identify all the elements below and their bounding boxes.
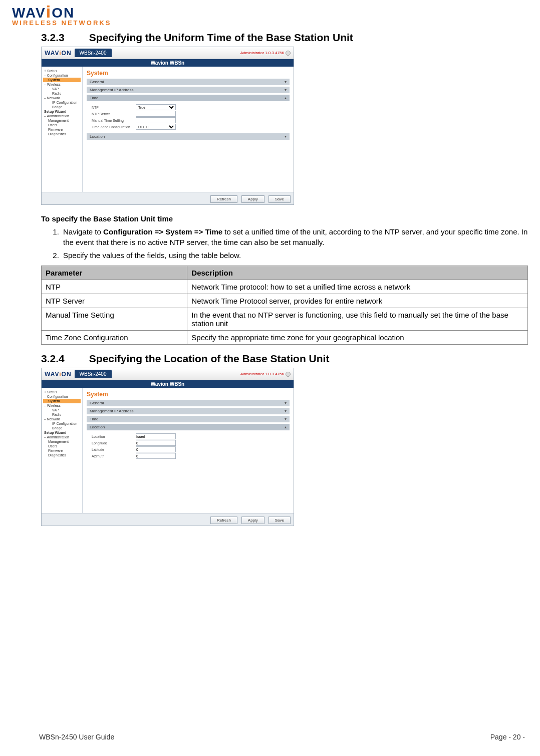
sidebar-item-ipconfig[interactable]: IP Configuration [43,100,81,105]
step-1-path: Configuration => System => Time [103,227,222,236]
sidebar-item-administration[interactable]: Administration [43,114,81,118]
field-label-location: Location [92,435,132,438]
sidebar-item-wireless[interactable]: Wireless [43,403,81,408]
sidebar-item-wireless[interactable]: Wireless [43,82,81,87]
section-number: 3.2.3 [41,32,86,44]
latitude-input[interactable] [136,446,176,452]
sidebar-item-status[interactable]: Status [43,69,81,73]
sidebar-item-firmware[interactable]: Firmware [43,448,81,453]
timezone-select[interactable]: UTC 0 [136,124,176,130]
ss-title-bar: Wavion WBSn [42,380,294,388]
section-heading-323: 3.2.3 Specifying the Uniform Time of the… [41,32,528,44]
ss-panel-heading: System [87,391,290,398]
ss-bar-time[interactable]: Time▾ [87,416,290,422]
step-2: Specify the values of the fields, using … [61,250,528,261]
ss-bar-mgmt-ip[interactable]: Management IP Address▾ [87,408,290,414]
user-icon [286,372,291,377]
field-label-timezone: Time Zone Configuration [92,125,132,129]
save-button[interactable]: Save [268,517,291,524]
sidebar-item-users[interactable]: Users [43,123,81,127]
ss-bar-location[interactable]: Location▴ [87,424,290,430]
screenshot-location-config: WAViON WBSn-2400 Administrator 1.0.3.475… [41,368,294,526]
sidebar-item-firmware[interactable]: Firmware [43,127,81,132]
cell-desc: Network Time protocol: how to set a unif… [187,280,528,294]
parameter-table: Parameter Description NTP Network Time p… [41,266,528,345]
sidebar-item-diagnostics[interactable]: Diagnostics [43,132,81,136]
chevron-down-icon: ▾ [285,409,287,413]
cell-param: Manual Time Setting [42,308,187,331]
manual-time-input[interactable] [136,117,176,123]
chevron-down-icon: ▾ [285,88,287,92]
sidebar-item-bridge[interactable]: Bridge [43,105,81,109]
sidebar-item-setup-wizard[interactable]: Setup Wizard [43,109,81,114]
sidebar-item-configuration[interactable]: Configuration [43,73,81,78]
chevron-down-icon: ▾ [285,417,287,421]
ss-logo: WAViON [45,371,72,378]
save-button[interactable]: Save [268,195,291,203]
table-row: NTP Network Time protocol: how to set a … [42,280,528,294]
ss-logo: WAViON [45,50,72,57]
table-row: Manual Time Setting In the event that no… [42,308,528,331]
apply-button[interactable]: Apply [241,517,264,524]
sidebar-item-diagnostics[interactable]: Diagnostics [43,453,81,457]
cell-param: Time Zone Configuration [42,331,187,345]
sidebar-item-users[interactable]: Users [43,444,81,448]
ntp-server-input[interactable] [136,111,176,117]
sidebar-item-vap[interactable]: VAP [43,87,81,91]
ss-sidebar: Status Configuration System Wireless VAP… [42,388,83,513]
sidebar-item-administration[interactable]: Administration [43,435,81,439]
sidebar-item-system[interactable]: System [43,78,81,82]
sidebar-item-management[interactable]: Management [43,118,81,123]
sidebar-item-radio[interactable]: Radio [43,91,81,96]
field-label-manual-time: Manual Time Setting [92,119,132,122]
ss-panel-heading: System [87,70,290,77]
chevron-down-icon: ▾ [285,401,287,405]
ss-bar-time[interactable]: Time▴ [87,95,290,101]
chevron-down-icon: ▾ [285,80,287,84]
refresh-button[interactable]: Refresh [210,517,237,524]
table-row: Time Zone Configuration Specify the appr… [42,331,528,345]
sidebar-item-radio[interactable]: Radio [43,412,81,417]
sidebar-item-status[interactable]: Status [43,390,81,394]
logo-dot: i [46,2,52,21]
footer-right: Page - 20 - [490,733,525,741]
field-label-longitude: Longitude [92,441,132,445]
ss-bar-general[interactable]: General▾ [87,400,290,406]
ss-title-bar: Wavion WBSn [42,59,294,67]
section-heading-324: 3.2.4 Specifying the Location of the Bas… [41,353,528,365]
cell-desc: Network Time Protocol server, provides f… [187,294,528,308]
chevron-up-icon: ▴ [285,425,287,429]
cell-desc: Specify the appropriate time zone for yo… [187,331,528,345]
sidebar-item-configuration[interactable]: Configuration [43,394,81,399]
intro-lead: To specify the Base Station Unit time [41,214,528,224]
sidebar-item-system[interactable]: System [43,399,81,403]
sidebar-item-setup-wizard[interactable]: Setup Wizard [43,430,81,435]
sidebar-item-ipconfig[interactable]: IP Configuration [43,421,81,426]
ss-model-tab: WBSn-2400 [75,49,112,57]
ss-admin-label: Administrator 1.0.3.4756 [240,51,291,56]
ss-model-tab: WBSn-2400 [75,370,112,378]
azimuth-input[interactable] [136,453,176,459]
ss-bar-location[interactable]: Location▾ [87,133,290,140]
cell-param: NTP [42,280,187,294]
cell-desc: In the event that no NTP server is funct… [187,308,528,331]
field-label-ntp: NTP [92,106,132,109]
ss-bar-general[interactable]: General▾ [87,79,290,85]
longitude-input[interactable] [136,440,176,446]
logo-tagline: WIRELESS NETWORKS [12,19,528,27]
section-number: 3.2.4 [41,353,86,365]
apply-button[interactable]: Apply [241,195,264,203]
table-header-description: Description [187,266,528,280]
sidebar-item-vap[interactable]: VAP [43,408,81,412]
page-footer: WBSn-2450 User Guide Page - 20 - [39,733,525,741]
ss-bar-mgmt-ip[interactable]: Management IP Address▾ [87,87,290,93]
cell-param: NTP Server [42,294,187,308]
refresh-button[interactable]: Refresh [210,195,237,203]
ss-sidebar: Status Configuration System Wireless VAP… [42,67,83,192]
ntp-select[interactable]: True [136,104,176,110]
sidebar-item-bridge[interactable]: Bridge [43,426,81,430]
sidebar-item-network[interactable]: Network [43,417,81,421]
sidebar-item-management[interactable]: Management [43,439,81,444]
sidebar-item-network[interactable]: Network [43,96,81,100]
location-input[interactable] [136,433,176,439]
